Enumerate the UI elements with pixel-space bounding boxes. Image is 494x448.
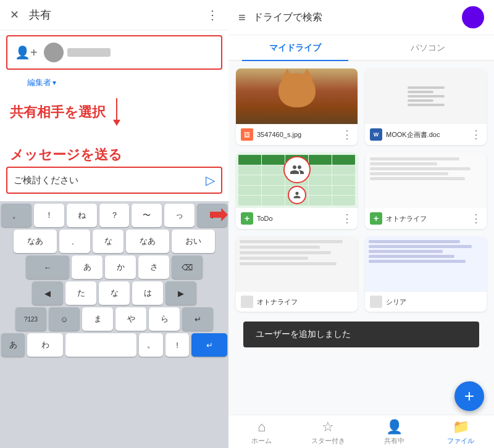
- key-left-arrow[interactable]: ◀: [32, 281, 63, 305]
- shared-icon: 👤: [386, 419, 403, 435]
- file-more-icon-otona[interactable]: ⋮: [471, 212, 482, 225]
- cat-ear-left: [281, 68, 293, 80]
- file-card-todo[interactable]: + ToDo ⋮: [236, 152, 358, 229]
- file-more-icon-mook[interactable]: ⋮: [471, 128, 482, 141]
- file-card-siria[interactable]: シリア: [365, 236, 487, 312]
- nav-home[interactable]: ⌂ ホーム: [228, 419, 295, 446]
- key-backspace-left[interactable]: ←: [26, 255, 69, 279]
- more-options-icon[interactable]: ⋮: [206, 7, 219, 22]
- key-comma[interactable]: 、: [59, 230, 90, 253]
- nav-files[interactable]: 📁 ファイル: [428, 419, 495, 446]
- key-ma[interactable]: ま: [82, 307, 113, 331]
- key-naa[interactable]: なあ: [14, 230, 57, 253]
- key-naa2[interactable]: なあ: [126, 230, 169, 253]
- file-card-otona2[interactable]: オトナライフ: [236, 236, 358, 312]
- key-ha[interactable]: は: [132, 281, 163, 305]
- user-avatar[interactable]: [462, 6, 484, 28]
- file-name-otona: オトナライフ: [386, 214, 471, 223]
- drive-panel: ➡ ≡ ドライブで検索 マイドライブ パソコン: [228, 0, 494, 448]
- nav-shared[interactable]: 👤 共有中: [361, 419, 428, 446]
- key-tsu[interactable]: っ: [164, 204, 195, 227]
- otona2-thumbnail: [236, 236, 358, 292]
- avatar: [44, 43, 64, 62]
- file-more-icon-cat[interactable]: ⋮: [341, 128, 353, 141]
- share-title: 共有: [29, 7, 206, 22]
- key-ka[interactable]: か: [105, 255, 136, 279]
- key-return[interactable]: ↵: [191, 333, 227, 357]
- person-icon: [288, 186, 306, 204]
- keyboard-row-1: 。 ！ ね ？ 〜 っ ∨: [1, 204, 227, 227]
- key-exclaim2[interactable]: !: [165, 333, 189, 357]
- key-enter[interactable]: ↵: [182, 307, 213, 331]
- key-backspace[interactable]: ⌫: [172, 255, 203, 279]
- key-sa[interactable]: さ: [138, 255, 169, 279]
- key-period2[interactable]: 。: [139, 333, 162, 357]
- key-ta[interactable]: た: [65, 281, 96, 305]
- keyboard-row-4: ◀ た な は ▶: [1, 281, 227, 305]
- key-ya[interactable]: や: [115, 307, 146, 331]
- key-symbols[interactable]: ?123: [15, 307, 46, 331]
- avatar-name-bar: [67, 48, 111, 57]
- key-emoji[interactable]: ☺: [49, 307, 80, 331]
- share-header: ✕ 共有 ⋮: [0, 0, 228, 30]
- file-card-cat[interactable]: 🖼 3547460_s.jpg ⋮: [236, 68, 358, 145]
- keyboard: 。 ！ ね ？ 〜 っ ∨ なあ 、 な なあ おい ← あ か さ ⌫ ◀ た: [0, 201, 228, 448]
- file-card-mook[interactable]: W MOOK企画書.doc ⋮: [365, 68, 487, 145]
- share-input-section[interactable]: 👤+: [6, 35, 222, 70]
- message-input-row[interactable]: ご検討ください ▷: [6, 167, 222, 194]
- key-question[interactable]: ？: [99, 204, 130, 227]
- file-row-2: + ToDo ⋮ + オトナラ: [236, 152, 487, 229]
- doc-preview: [408, 85, 445, 108]
- file-row-3: オトナライフ シリア: [236, 236, 487, 312]
- key-na[interactable]: な: [93, 230, 124, 253]
- file-more-icon-todo[interactable]: ⋮: [341, 212, 353, 225]
- people-icon: [283, 156, 311, 183]
- key-ne[interactable]: ね: [67, 204, 97, 227]
- otona-icon: +: [370, 212, 382, 225]
- file-name-siria: シリア: [386, 297, 482, 306]
- nav-starred[interactable]: ☆ スター付き: [295, 419, 362, 446]
- file-card-otona[interactable]: + オトナライフ ⋮: [365, 152, 487, 229]
- dropdown-arrow-icon[interactable]: ▾: [52, 78, 56, 87]
- key-tilde[interactable]: 〜: [132, 204, 162, 227]
- shared-icons-overlay: [283, 156, 311, 204]
- cat-ear-right: [301, 68, 313, 80]
- drive-search-input[interactable]: ドライブで検索: [253, 11, 462, 24]
- send-icon[interactable]: ▷: [206, 173, 215, 188]
- home-icon: ⌂: [257, 419, 266, 435]
- siria-icon: [370, 296, 382, 308]
- otona-thumbnail: [365, 152, 487, 208]
- close-icon[interactable]: ✕: [10, 8, 19, 22]
- key-na2[interactable]: な: [99, 281, 130, 305]
- key-a[interactable]: あ: [72, 255, 103, 279]
- doc2-preview: [365, 152, 487, 208]
- snackbar: ユーザーを追加しました: [243, 321, 479, 347]
- file-name-mook: MOOK企画書.doc: [386, 130, 471, 139]
- key-ra[interactable]: ら: [149, 307, 180, 331]
- key-maru[interactable]: 。: [1, 204, 31, 227]
- file-name-otona2: オトナライフ: [257, 297, 353, 306]
- keyboard-row-5: ?123 ☺ ま や ら ↵: [1, 307, 227, 331]
- key-exclaim[interactable]: ！: [34, 204, 64, 227]
- key-right-arrow[interactable]: ▶: [165, 281, 196, 305]
- hamburger-icon[interactable]: ≡: [238, 10, 246, 25]
- cat-thumbnail: [236, 68, 358, 124]
- file-name-todo: ToDo: [257, 214, 341, 223]
- message-input[interactable]: ご検討ください: [14, 175, 206, 186]
- nav-shared-label: 共有中: [384, 436, 404, 446]
- key-space[interactable]: [65, 333, 136, 357]
- file-card-bottom-otona2: オトナライフ: [236, 292, 358, 312]
- file-card-bottom-mook: W MOOK企画書.doc ⋮: [365, 124, 487, 145]
- image-icon: 🖼: [241, 128, 253, 141]
- share-panel: ✕ 共有 ⋮ 👤+ 編集者 ▾ 共有相手を選択 メッセージを送る ご検討ください…: [0, 0, 228, 448]
- drive-tabs: マイドライブ パソコン: [228, 35, 494, 61]
- tab-computer[interactable]: パソコン: [361, 35, 494, 60]
- key-wa[interactable]: わ: [27, 333, 63, 357]
- arrow-icon: ➡: [209, 202, 227, 228]
- editor-label[interactable]: 編集者: [27, 77, 51, 88]
- tab-my-drive[interactable]: マイドライブ: [228, 35, 361, 60]
- key-hiragana[interactable]: あ: [1, 333, 25, 357]
- key-oi[interactable]: おい: [172, 230, 215, 253]
- file-card-bottom-cat: 🖼 3547460_s.jpg ⋮: [236, 124, 358, 145]
- fab-button[interactable]: +: [454, 381, 484, 411]
